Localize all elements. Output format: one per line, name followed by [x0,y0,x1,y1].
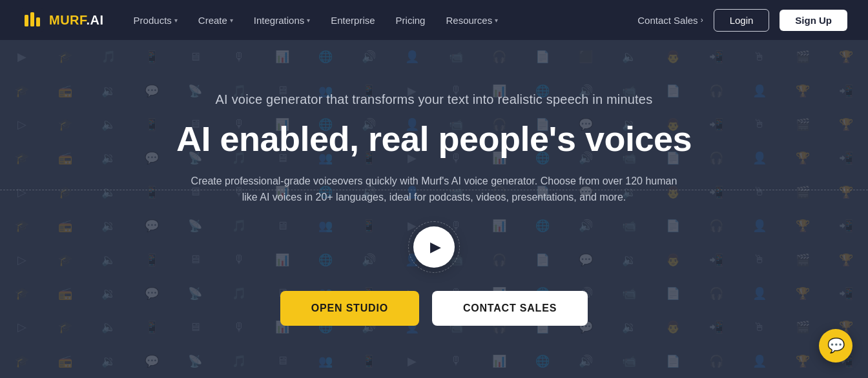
chat-icon: 💬 [827,337,845,354]
nav-links: Products ▾ Create ▾ Integrations ▾ Enter… [125,10,638,31]
signup-button[interactable]: Sign Up [780,10,847,31]
contact-sales-button[interactable]: CONTACT SALES [432,291,588,326]
svg-rect-1 [25,15,28,26]
nav-item-resources[interactable]: Resources ▾ [437,10,507,31]
nav-right: Contact Sales › Login Sign Up [637,9,847,32]
logo-text: MURF.AI [49,13,104,28]
chevron-right-icon: › [701,15,703,25]
svg-rect-3 [36,17,40,26]
svg-rect-2 [30,12,34,26]
chevron-down-icon: ▾ [495,17,498,24]
logo[interactable]: MURF.AI [21,8,104,32]
hero-section: ▶🎓🎵📱🖥 🎙📊🌐🔊👤 📹🎧📄⬛🔈 👨📲🖱🎬🏆 🎓📻🔉💬📡 🎵🖥👥📱▶ 🎙📊🌐🔊… [0,40,868,378]
play-button[interactable]: ▶ [413,226,455,268]
nav-item-create[interactable]: Create ▾ [189,10,242,31]
play-icon: ▶ [430,239,441,255]
nav-item-products[interactable]: Products ▾ [125,10,187,31]
navbar: MURF.AI Products ▾ Create ▾ Integrations… [0,0,868,40]
nav-item-pricing[interactable]: Pricing [387,10,435,31]
chevron-down-icon: ▾ [307,17,310,24]
chevron-down-icon: ▾ [174,17,178,24]
hero-description: Create professional-grade voiceovers qui… [189,173,679,206]
open-studio-button[interactable]: OPEN STUDIO [280,291,419,326]
login-button[interactable]: Login [714,9,770,32]
chevron-down-icon: ▾ [230,17,233,24]
cta-buttons: OPEN STUDIO CONTACT SALES [280,291,588,326]
hero-title: AI enabled, real people's voices [176,120,692,158]
hero-subtitle: AI voice generator that transforms your … [176,92,692,107]
chat-bubble-button[interactable]: 💬 [819,329,852,363]
nav-item-integrations[interactable]: Integrations ▾ [245,10,319,31]
nav-contact-sales[interactable]: Contact Sales › [637,15,703,26]
hero-content: AI voice generator that transforms your … [138,92,730,226]
nav-item-enterprise[interactable]: Enterprise [322,10,384,31]
play-button-wrapper: ▶ [413,226,455,268]
